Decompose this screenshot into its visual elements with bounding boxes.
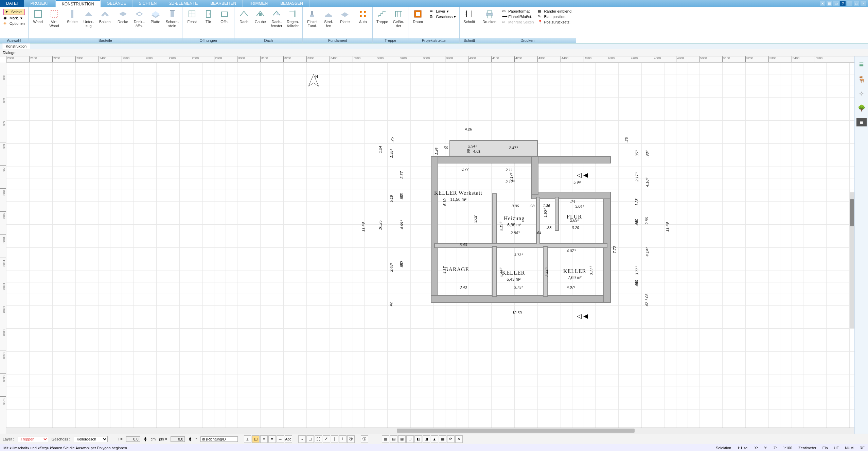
tools-icon[interactable]: ✖ <box>820 1 825 6</box>
view-3-icon[interactable]: ▦ <box>398 435 406 443</box>
view-10-icon[interactable]: ✕ <box>455 435 463 443</box>
menu-tab-projekt[interactable]: PROJEKT <box>24 0 55 7</box>
rect-icon[interactable]: ▢ <box>306 435 314 443</box>
window-icon[interactable]: ▭ <box>833 1 839 6</box>
autofund-button[interactable]: Auto <box>355 7 371 25</box>
virtwand-icon <box>49 9 59 19</box>
dimension-label: .64 <box>536 231 541 235</box>
stripfooting-icon <box>323 9 334 19</box>
svg-rect-5 <box>170 10 175 11</box>
decke-button[interactable]: Decke <box>115 7 131 25</box>
navigate-icon[interactable]: ✧ <box>857 90 866 98</box>
align-left-icon[interactable]: ≡ <box>260 435 268 443</box>
l-spinner-down[interactable]: ▼ <box>144 439 147 441</box>
balken-button[interactable]: Balken <box>97 7 113 25</box>
perp-icon[interactable]: ⊥ <box>339 435 347 443</box>
deckoeffn-button[interactable]: Deck.- öffn. <box>131 7 147 29</box>
fenst-button[interactable]: Fenst <box>184 7 200 25</box>
parallel-icon[interactable]: ∥ <box>331 435 338 443</box>
vertical-scrollbar[interactable] <box>850 192 854 328</box>
view-1-icon[interactable]: ▥ <box>382 435 389 443</box>
menu-tab-gelaende[interactable]: GELÄNDE <box>101 0 132 7</box>
gelaender-button[interactable]: Gelän- der <box>390 7 407 29</box>
virtwand-button[interactable]: Virt. Wand <box>46 7 63 29</box>
wand-button[interactable]: Wand <box>30 7 46 25</box>
view-5-icon[interactable]: ◧ <box>414 435 422 443</box>
document-tab-konstruktion[interactable]: Konstruktion <box>2 43 30 49</box>
close-icon[interactable]: × <box>861 1 866 6</box>
help-icon[interactable]: ? <box>840 1 846 6</box>
menu-tab-sichten[interactable]: SICHTEN <box>133 0 163 7</box>
snap-mid-icon[interactable]: ◫ <box>252 435 260 443</box>
drucken-button[interactable]: Drucken <box>480 7 498 25</box>
layers-panel-icon[interactable]: ≣ <box>857 61 866 69</box>
horizontal-scrollbar[interactable] <box>6 428 854 434</box>
dachfenster-button[interactable]: Dach- fenster <box>268 7 285 29</box>
drawing-canvas[interactable]: N ◁ ◀ ◁ <box>6 63 854 428</box>
canvas-wrapper: 2000210022002300240025002600270028002900… <box>0 56 854 434</box>
phi-spinner-down[interactable]: ▼ <box>188 439 192 441</box>
view-9-icon[interactable]: ⟳ <box>447 435 455 443</box>
minimize-icon[interactable]: – <box>847 1 852 6</box>
papierformat-button[interactable]: ▭Papierformat <box>502 9 534 14</box>
tree-icon[interactable]: 🌳 <box>857 104 866 112</box>
pos-button[interactable]: 📍Pos zurücksetz. <box>538 20 572 24</box>
platte-button[interactable]: Platte <box>147 7 164 25</box>
text-icon[interactable]: Abc <box>285 435 292 443</box>
l-input[interactable] <box>126 436 140 442</box>
tuer-button[interactable]: Tür <box>200 7 216 25</box>
optionen-button[interactable]: ✚Optionen <box>3 21 25 26</box>
view-4-icon[interactable]: ⊞ <box>406 435 414 443</box>
oeffn-button[interactable]: Öffn. <box>216 7 233 25</box>
menu-tab-datei[interactable]: DATEI <box>0 0 24 7</box>
layers-icon[interactable]: ▦ <box>827 1 832 6</box>
view-2-icon[interactable]: ▤ <box>390 435 397 443</box>
mark-dropdown[interactable]: ◉Mark. ▾ <box>3 16 25 20</box>
view-7-icon[interactable]: ▲ <box>431 435 438 443</box>
floor-plan[interactable]: ◁ ◀ ◁ ◀ KELLER Werkstatt11,56 m²Heizung6… <box>400 117 691 389</box>
view-6-icon[interactable]: ◨ <box>423 435 430 443</box>
streifenfund-button[interactable]: Strei- fen <box>320 7 337 29</box>
einheit-button[interactable]: ⟷Einheit/Maßst. <box>502 14 534 19</box>
stuetze-button[interactable]: Stütze <box>64 7 81 25</box>
regenfallrohr-button[interactable]: Regen- fallrohr <box>285 7 301 29</box>
dimension-label: 3.77⁵ <box>589 266 593 275</box>
mehrere-button[interactable]: ⧉Mehrere Seiten <box>502 20 534 24</box>
status-y: Y: <box>764 446 767 450</box>
align-center-icon[interactable]: ≣ <box>268 435 276 443</box>
layer-select[interactable]: Treppen <box>18 436 48 442</box>
gaube-button[interactable]: Gaube <box>252 7 268 25</box>
info-toggle-icon[interactable]: ⓘ <box>361 435 368 443</box>
phi-input[interactable] <box>171 436 185 442</box>
unterzug-button[interactable]: Unter- zug <box>81 7 97 29</box>
angle-icon[interactable]: ∠ <box>323 435 330 443</box>
menu-tab-trimmen[interactable]: TRIMMEN <box>243 0 274 7</box>
layer-dropdown[interactable]: ≣Layer ▾ <box>430 9 456 14</box>
fit-icon[interactable]: ⛶ <box>315 435 322 443</box>
view-8-icon[interactable]: ▦ <box>439 435 446 443</box>
schornstein-button[interactable]: Schorn- stein <box>164 7 181 29</box>
raender-button[interactable]: ▦Ränder einblend. <box>538 9 572 14</box>
raum-button[interactable]: Raum <box>410 7 426 25</box>
treppe-button[interactable]: Treppe <box>374 7 390 25</box>
snap-endpoint-icon[interactable]: ⟂ <box>244 435 251 443</box>
menu-tab-bemassen[interactable]: BEMASSEN <box>274 0 309 7</box>
fundplatte-button[interactable]: Platte <box>337 7 353 25</box>
geschoss-dropdown[interactable]: ⧉Geschoss ▾ <box>430 14 456 19</box>
dach-button[interactable]: Dach <box>236 7 252 25</box>
einzelfund-button[interactable]: Einzel Fund. <box>304 7 320 29</box>
align-right-icon[interactable]: ═ <box>277 435 284 443</box>
menu-tab-bearbeiten[interactable]: BEARBEITEN <box>204 0 243 7</box>
geschoss-select[interactable]: Kellergesch <box>74 436 108 442</box>
circle-n-icon[interactable]: Ⓝ <box>347 435 355 443</box>
menu-tab-konstruktion[interactable]: KONSTRUKTION <box>56 0 101 7</box>
dl-input[interactable] <box>200 436 238 442</box>
selekt-button[interactable]: ➤Selekt <box>3 9 25 15</box>
expand-icon[interactable]: ≡ <box>856 118 867 126</box>
maximize-icon[interactable]: □ <box>854 1 859 6</box>
dim-icon[interactable]: ↔ <box>298 435 306 443</box>
schnitt-button[interactable]: Schnitt <box>461 7 477 25</box>
menu-tab-2delemente[interactable]: 2D-ELEMENTE <box>163 0 204 7</box>
furniture-icon[interactable]: 🪑 <box>857 75 866 84</box>
blatt-button[interactable]: ✎Blatt position. <box>538 14 572 19</box>
